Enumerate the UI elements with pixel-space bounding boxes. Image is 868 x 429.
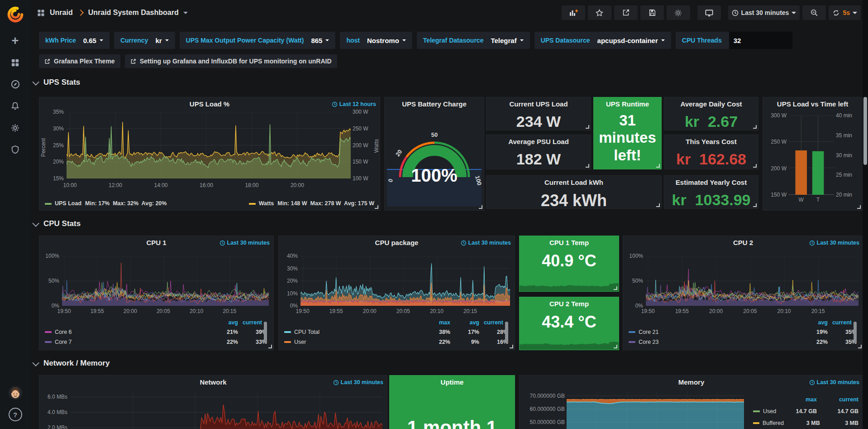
- legend-table: maxcurrent Used14.7 GB14.7 GB Buffered3 …: [753, 394, 858, 429]
- external-link-icon: [44, 58, 50, 64]
- zoom-out-button[interactable]: [802, 5, 826, 20]
- legend-header-max[interactable]: max: [778, 396, 817, 403]
- time-badge[interactable]: Last 30 minutes: [333, 379, 383, 386]
- refresh-interval-label[interactable]: 5s: [843, 9, 850, 16]
- legend-header-current[interactable]: current: [817, 396, 858, 403]
- time-range-picker[interactable]: Last 30 minutes: [728, 5, 800, 20]
- settings-gear-button[interactable]: [667, 5, 690, 20]
- y-axis-left: 70.000000 GB 60.000000 GB 50.000000 GB: [521, 391, 565, 429]
- explore-compass-icon[interactable]: [0, 73, 30, 95]
- legend-scrollbar[interactable]: [505, 322, 508, 342]
- series-name[interactable]: UPS Load: [55, 200, 81, 207]
- series-swatch[interactable]: [629, 331, 635, 333]
- grafana-logo-icon[interactable]: [5, 4, 25, 24]
- cpu-package-chart[interactable]: [300, 256, 510, 306]
- page-scrollbar[interactable]: [863, 0, 868, 429]
- stat-average-daily-cost: Average Daily Cost kr 2.67: [664, 97, 758, 130]
- variable-currency[interactable]: Currency kr: [114, 32, 175, 49]
- series-name[interactable]: Core 21: [639, 329, 658, 335]
- variable-telegraf-datasource[interactable]: Telegraf Datasource Telegraf: [417, 32, 530, 49]
- legend-header-current[interactable]: current: [238, 319, 267, 326]
- time-badge[interactable]: Last 30 minutes: [219, 240, 270, 246]
- breadcrumb-app[interactable]: Unraid: [50, 9, 73, 17]
- legend-item: UPS LoadMin: 17% Max: 32% Avg: 20%: [45, 200, 167, 207]
- time-badge[interactable]: Last 30 minutes: [809, 240, 859, 246]
- x-axis: 19:50 19:55 20:00 20:05 20:10 20:15: [62, 308, 269, 315]
- dashboard-grid-icon[interactable]: [37, 9, 45, 17]
- legend-scrollbar[interactable]: [854, 322, 857, 342]
- series-name[interactable]: Core 23: [639, 339, 658, 345]
- legend-header-avg[interactable]: avg: [450, 319, 479, 326]
- legend-header-avg[interactable]: avg: [799, 319, 828, 326]
- series-name[interactable]: Buffered: [763, 420, 784, 426]
- series-name[interactable]: Watts: [259, 200, 274, 207]
- add-panel-button[interactable]: [562, 5, 585, 20]
- panel-title[interactable]: UPS Load vs Time left: [763, 97, 862, 111]
- time-badge[interactable]: Last 12 hours: [332, 101, 376, 107]
- y-axis-left: 6.0 MBs 4.0 MBs 2.0 MBs: [42, 391, 67, 429]
- variable-kwh-price[interactable]: kWh Price 0.65: [39, 32, 110, 49]
- memory-chart[interactable]: [567, 391, 744, 429]
- alerting-bell-icon[interactable]: [0, 95, 30, 117]
- series-name[interactable]: Used: [763, 408, 776, 415]
- x-axis: 19:50 19:55 20:00 20:05 20:10 20:15: [646, 308, 858, 315]
- series-name[interactable]: Core 6: [55, 329, 72, 335]
- configuration-gear-icon[interactable]: [0, 117, 30, 139]
- link-ups-monitoring-guide[interactable]: Setting up Grafana and InfluxDB for UPS …: [125, 54, 337, 68]
- legend-header-avg[interactable]: avg: [209, 319, 238, 326]
- dashboards-icon[interactable]: [0, 52, 30, 73]
- y-axis-right: 300 W 250 W 200 W 150 W 100 W: [353, 112, 372, 178]
- y-axis-right: 40 min 35 min 30 min 25 min 20 min: [836, 116, 858, 195]
- series-swatch[interactable]: [284, 341, 291, 343]
- series-swatch[interactable]: [45, 331, 52, 333]
- section-cpu-stats[interactable]: CPU Stats: [34, 219, 81, 228]
- scrollbar-thumb[interactable]: [863, 97, 867, 165]
- legend-scrollbar[interactable]: [264, 322, 267, 342]
- network-chart[interactable]: [70, 391, 382, 429]
- breadcrumb-page[interactable]: Unraid System Dashboard: [88, 9, 179, 17]
- bar-chart[interactable]: [788, 116, 834, 195]
- legend-header-current[interactable]: current: [828, 319, 857, 326]
- create-plus-icon[interactable]: +: [0, 30, 30, 52]
- series-swatch[interactable]: [45, 341, 52, 343]
- link-grafana-plex-theme[interactable]: Grafana Plex Theme: [39, 54, 120, 68]
- series-swatch[interactable]: [629, 341, 635, 343]
- user-avatar[interactable]: [0, 382, 30, 404]
- refresh-button[interactable]: 5s: [829, 5, 861, 20]
- series-swatch[interactable]: [753, 422, 759, 424]
- variable-ups-datasource[interactable]: UPS Datasource apcupsd-container: [534, 32, 671, 49]
- time-badge[interactable]: Last 30 minutes: [809, 379, 859, 386]
- panel-title[interactable]: UPS Load %: [39, 97, 380, 111]
- share-button[interactable]: [614, 5, 638, 20]
- series-name[interactable]: User: [294, 339, 306, 345]
- y-axis-left: 300 W 250 W 200 W 150 W: [767, 116, 787, 195]
- series-name[interactable]: CPU Total: [294, 329, 320, 335]
- series-swatch[interactable]: [753, 410, 760, 412]
- help-icon[interactable]: ?: [0, 404, 30, 425]
- time-badge[interactable]: Last 30 minutes: [461, 240, 511, 246]
- ups-load-chart[interactable]: [67, 112, 351, 178]
- variable-ups-max-output[interactable]: UPS Max Output Power Capacity (Watt) 865: [180, 32, 336, 49]
- cpu-threads-input[interactable]: [729, 32, 792, 49]
- variable-host[interactable]: host Nostromo: [340, 32, 412, 49]
- cpu2-chart[interactable]: [646, 256, 858, 306]
- series-name[interactable]: Core 7: [55, 339, 72, 345]
- section-ups-stats[interactable]: UPS Stats: [34, 78, 80, 87]
- series-swatch[interactable]: [45, 203, 52, 205]
- panel-ups-battery: UPS Battery Charge 02050100 100%: [384, 97, 484, 211]
- cycle-view-monitor-button[interactable]: [697, 5, 721, 20]
- save-button[interactable]: [640, 5, 664, 20]
- legend-header-max[interactable]: max: [421, 319, 450, 326]
- breadcrumb: Unraid Unraid System Dashboard: [37, 9, 188, 17]
- star-button[interactable]: [588, 5, 611, 20]
- legend-row: Core 2322%35%: [629, 337, 857, 347]
- legend-header-current[interactable]: current: [479, 319, 508, 326]
- admin-shield-icon[interactable]: [0, 139, 30, 160]
- series-swatch[interactable]: [284, 331, 291, 333]
- panel-title[interactable]: UPS Battery Charge: [385, 97, 484, 111]
- dashboard-picker-caret-icon[interactable]: [183, 12, 188, 14]
- section-network-memory[interactable]: Network / Memory: [34, 359, 110, 368]
- breadcrumb-chevron-icon: [77, 10, 84, 16]
- cpu1-chart[interactable]: [62, 256, 269, 306]
- series-swatch[interactable]: [249, 203, 256, 205]
